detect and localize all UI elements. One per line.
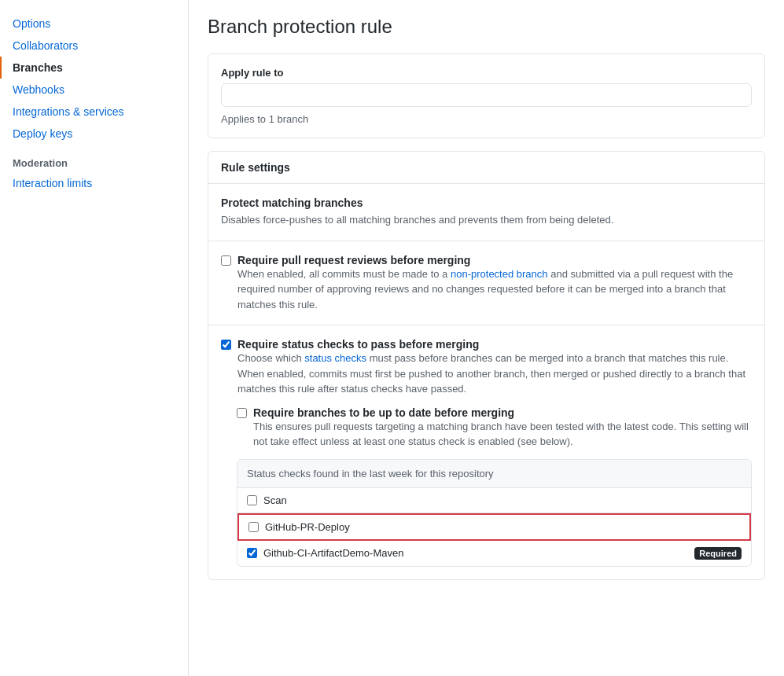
sidebar-item-options[interactable]: Options xyxy=(0,13,188,35)
rule-settings-header: Rule settings xyxy=(208,152,764,183)
sidebar: Options Collaborators Branches Webhooks … xyxy=(0,0,189,676)
protect-title: Protect matching branches xyxy=(221,197,752,209)
required-badge: Required xyxy=(694,547,742,560)
pr-deploy-label[interactable]: GitHub-PR-Deploy xyxy=(265,521,740,533)
moderation-section-label: Moderation xyxy=(0,151,188,172)
status-check-item-ci-artifact: Github-CI-ArtifactDemo-Maven Required xyxy=(237,541,751,566)
scan-label[interactable]: Scan xyxy=(263,494,742,506)
up-to-date-sub-section: Require branches to be up to date before… xyxy=(221,406,752,567)
rule-settings-card: Rule settings Protect matching branches … xyxy=(208,151,765,580)
scan-checkbox[interactable] xyxy=(247,495,257,505)
page-layout: Options Collaborators Branches Webhooks … xyxy=(0,0,784,676)
status-checks-box: Status checks found in the last week for… xyxy=(237,459,752,567)
status-check-item-pr-deploy: GitHub-PR-Deploy xyxy=(237,513,751,541)
sidebar-item-webhooks[interactable]: Webhooks xyxy=(0,79,188,101)
sidebar-item-interaction-limits[interactable]: Interaction limits xyxy=(0,172,188,194)
sidebar-item-collaborators[interactable]: Collaborators xyxy=(0,35,188,57)
status-checks-checkbox[interactable] xyxy=(221,340,231,350)
protect-desc: Disables force-pushes to all matching br… xyxy=(221,212,752,228)
status-checks-box-header: Status checks found in the last week for… xyxy=(237,460,751,488)
up-to-date-label[interactable]: Require branches to be up to date before… xyxy=(253,406,752,450)
pull-request-desc: When enabled, all commits must be made t… xyxy=(237,266,752,313)
up-to-date-checkbox[interactable] xyxy=(237,408,247,418)
pull-request-section: Require pull request reviews before merg… xyxy=(208,241,764,325)
applies-text: Applies to 1 branch xyxy=(221,113,752,125)
non-protected-link[interactable]: non-protected branch xyxy=(451,268,548,280)
apply-rule-card: Apply rule to Applies to 1 branch xyxy=(208,53,765,138)
main-content: Branch protection rule Apply rule to App… xyxy=(189,0,784,676)
sidebar-item-branches[interactable]: Branches xyxy=(0,57,188,79)
status-checks-label[interactable]: Require status checks to pass before mer… xyxy=(237,338,752,397)
ci-artifact-checkbox[interactable] xyxy=(247,548,257,558)
protect-section: Protect matching branches Disables force… xyxy=(208,183,764,241)
page-title: Branch protection rule xyxy=(208,16,765,38)
apply-rule-input[interactable] xyxy=(221,83,752,107)
apply-rule-label: Apply rule to xyxy=(221,67,752,79)
status-checks-desc: Choose which status checks must pass bef… xyxy=(237,351,752,397)
pull-request-checkbox[interactable] xyxy=(221,255,231,266)
pull-request-label[interactable]: Require pull request reviews before merg… xyxy=(237,254,752,313)
sidebar-item-deploy-keys[interactable]: Deploy keys xyxy=(0,123,188,145)
ci-artifact-label[interactable]: Github-CI-ArtifactDemo-Maven xyxy=(263,547,688,559)
status-checks-link[interactable]: status checks xyxy=(304,352,366,364)
status-checks-section: Require status checks to pass before mer… xyxy=(208,325,764,579)
sidebar-item-integrations[interactable]: Integrations & services xyxy=(0,101,188,123)
pr-deploy-checkbox[interactable] xyxy=(248,522,259,532)
status-check-item-scan: Scan xyxy=(237,488,751,513)
up-to-date-desc: This ensures pull requests targeting a m… xyxy=(253,419,752,450)
